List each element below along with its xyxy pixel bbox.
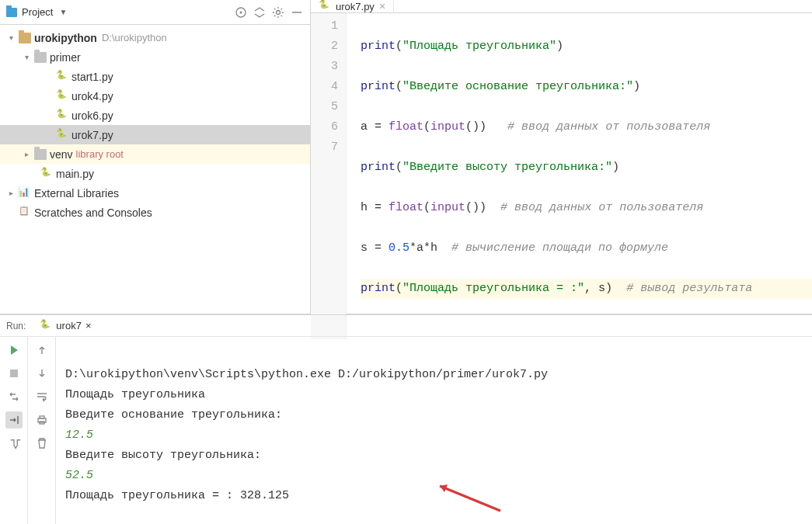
tok: float <box>389 201 423 214</box>
svg-point-2 <box>277 10 281 14</box>
svg-rect-3 <box>10 370 18 377</box>
tok: input <box>430 120 465 134</box>
external-label: External Libraries <box>34 187 119 200</box>
tree-folder-primer[interactable]: ▾ primer <box>0 47 310 67</box>
tok: print <box>361 161 396 174</box>
svg-rect-5 <box>40 416 44 418</box>
editor-pane: urok7.py × 1 2 3 4 5 6 7 print("Площадь … <box>311 0 812 314</box>
tok: "Площадь треугольника" <box>403 40 556 53</box>
run-panel: Run: urok7 × D:\urokipython\venv\Scripts… <box>0 314 812 524</box>
console-line: Введите высоту треугольника: <box>65 449 261 462</box>
tok: *a*h <box>409 241 437 255</box>
code-editor[interactable]: 1 2 3 4 5 6 7 print("Площадь треугольник… <box>311 13 812 339</box>
root-path: D:\urokipython <box>102 32 167 43</box>
svg-point-1 <box>240 11 242 13</box>
sidebar-title[interactable]: Project <box>22 6 53 18</box>
folder-label: venv <box>50 148 73 161</box>
root-name: urokipython <box>34 32 97 44</box>
file-label: main.py <box>56 168 94 180</box>
tree-file-urok6[interactable]: urok6.py <box>0 106 310 125</box>
tree-scratches[interactable]: Scratches and Consoles <box>0 203 310 222</box>
run-button[interactable] <box>5 342 23 359</box>
close-icon[interactable]: × <box>379 0 385 12</box>
code-body[interactable]: print("Площадь треугольника") print("Вве… <box>347 13 812 339</box>
file-label: urok7.py <box>71 129 113 141</box>
tok: "Площадь треугольника = :" <box>403 282 584 295</box>
tok: = <box>368 241 389 255</box>
tree-folder-venv[interactable]: ▸ venv library root <box>0 144 310 164</box>
library-root-label: library root <box>76 148 124 160</box>
step-button[interactable] <box>5 411 23 429</box>
tok: # ввод данных от пользователя <box>500 201 703 214</box>
console-input: 52.5 <box>65 469 93 482</box>
tok: # вычисление площади по формуле <box>451 241 668 255</box>
minimize-icon[interactable] <box>290 5 304 19</box>
console-line: Площадь треугольника = : 328.125 <box>65 489 289 502</box>
python-file-icon <box>319 1 331 12</box>
close-icon[interactable]: × <box>85 320 92 331</box>
console-line: D:\urokipython\venv\Scripts\python.exe D… <box>65 368 548 381</box>
editor-tabs: urok7.py × <box>311 0 812 13</box>
python-file-icon <box>40 168 53 179</box>
tok: , s <box>584 282 605 295</box>
dropdown-icon[interactable]: ▼ <box>59 8 67 16</box>
tree-external-libraries[interactable]: ▸ External Libraries <box>0 183 310 203</box>
scratches-icon <box>19 207 31 218</box>
trash-icon[interactable] <box>33 435 51 452</box>
chevron-right-icon[interactable]: ▸ <box>6 189 16 197</box>
gear-icon[interactable] <box>271 5 285 19</box>
console-line: Площадь треугольника <box>65 388 205 401</box>
folder-label: primer <box>50 51 81 64</box>
tab-urok7[interactable]: urok7.py × <box>311 0 394 12</box>
project-tree: ▾ urokipython D:\urokipython ▾ primer st… <box>0 25 310 314</box>
run-tab[interactable]: urok7 × <box>33 315 97 336</box>
run-header: Run: urok7 × <box>0 315 812 337</box>
expand-icon[interactable] <box>253 5 267 19</box>
run-tab-label: urok7 <box>56 320 82 331</box>
tok: print <box>361 80 396 93</box>
down-icon[interactable] <box>33 365 51 382</box>
tok: print <box>361 282 396 295</box>
wrap-icon[interactable] <box>33 388 51 405</box>
line-number: 5 <box>311 97 338 117</box>
libraries-icon <box>19 188 31 199</box>
file-label: urok6.py <box>71 109 113 122</box>
tok: print <box>361 40 396 53</box>
console-line: Введите основание треугольника: <box>65 408 282 422</box>
tok: float <box>389 120 423 134</box>
pin-icon[interactable] <box>5 435 23 452</box>
print-icon[interactable] <box>33 411 51 429</box>
tok: # вывод результата <box>626 282 752 295</box>
python-file-icon <box>40 321 52 331</box>
tree-root[interactable]: ▾ urokipython D:\urokipython <box>0 28 310 47</box>
chevron-down-icon[interactable]: ▾ <box>6 33 16 42</box>
line-number: 4 <box>311 77 338 97</box>
folder-icon <box>34 52 47 63</box>
tree-file-main[interactable]: main.py <box>0 164 310 183</box>
file-label: start1.py <box>71 71 113 83</box>
line-number: 3 <box>311 57 338 77</box>
python-file-icon <box>56 91 68 102</box>
tree-file-urok4[interactable]: urok4.py <box>0 86 310 106</box>
project-icon <box>6 8 17 17</box>
target-icon[interactable] <box>234 5 248 19</box>
line-number: 1 <box>311 16 338 36</box>
line-number: 2 <box>311 36 338 57</box>
console-output[interactable]: D:\urokipython\venv\Scripts\python.exe D… <box>56 337 812 524</box>
up-icon[interactable] <box>33 342 51 359</box>
tok: "Введите основание треугольника:" <box>403 80 633 93</box>
chevron-down-icon[interactable]: ▾ <box>22 53 31 61</box>
run-label: Run: <box>6 321 26 331</box>
tok: # ввод данных от пользователя <box>507 120 710 134</box>
tok: 0.5 <box>389 241 409 255</box>
tree-file-urok7[interactable]: urok7.py <box>0 125 310 144</box>
restart-button[interactable] <box>5 388 23 405</box>
python-file-icon <box>56 110 68 121</box>
tree-file-start1[interactable]: start1.py <box>0 67 310 86</box>
run-toolbar-left <box>0 337 28 524</box>
chevron-right-icon[interactable]: ▸ <box>22 150 31 158</box>
folder-icon <box>34 149 47 160</box>
tok: = <box>368 201 389 214</box>
stop-button[interactable] <box>5 365 23 382</box>
console-input: 12.5 <box>65 429 93 442</box>
